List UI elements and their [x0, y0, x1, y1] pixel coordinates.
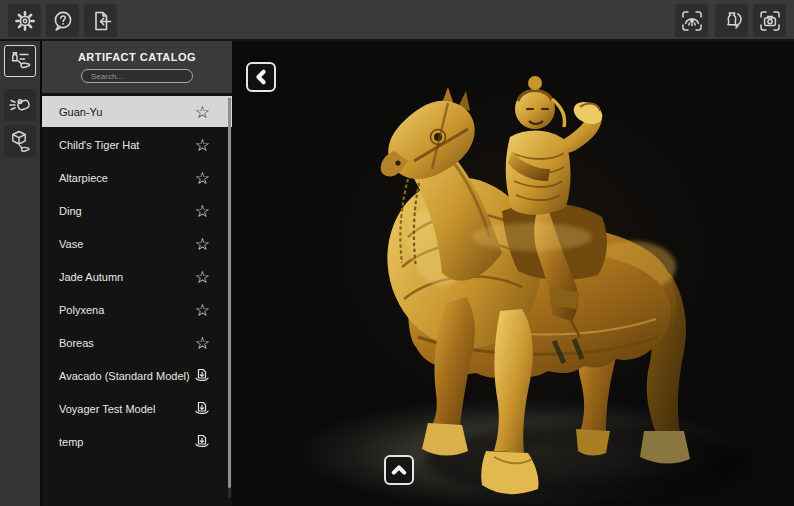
catalog-header: ARTIFACT CATALOG [42, 41, 232, 93]
eye-focus-icon [680, 9, 704, 33]
item-label: Altarpiece [42, 172, 108, 184]
settings-button[interactable] [8, 4, 41, 37]
item-label: Jade Autumn [42, 271, 123, 283]
list-item-childs-tiger-hat[interactable]: Child's Tiger Hat ☆ [42, 129, 232, 160]
artifact-viewer-app: ARTIFACT CATALOG Guan-Yu ☆ Child's Tiger… [0, 0, 794, 506]
list-item-vase[interactable]: Vase ☆ [42, 228, 232, 259]
open-bottom-panel-button[interactable] [384, 455, 414, 485]
list-item-altarpiece[interactable]: Altarpiece ☆ [42, 162, 232, 193]
favorite-star-icon[interactable]: ☆ [195, 169, 210, 186]
top-toolbar [0, 0, 794, 41]
catalog-title: ARTIFACT CATALOG [42, 41, 232, 63]
list-item-boreas[interactable]: Boreas ☆ [42, 327, 232, 358]
item-label: Vase [42, 238, 83, 250]
gear-icon [13, 9, 37, 33]
item-label: Voyager Test Model [42, 403, 155, 415]
artifact-catalog-tool[interactable] [4, 45, 36, 77]
favorite-star-icon[interactable]: ☆ [195, 103, 210, 120]
help-bubble-icon [51, 9, 75, 33]
artifact-catalog-panel: ARTIFACT CATALOG Guan-Yu ☆ Child's Tiger… [42, 41, 232, 506]
screenshot-button[interactable] [753, 4, 786, 37]
favorite-star-icon[interactable]: ☆ [195, 301, 210, 318]
favorite-star-icon[interactable]: ☆ [195, 136, 210, 153]
favorite-star-icon[interactable]: ☆ [195, 268, 210, 285]
rotate-artifact-icon [720, 9, 744, 33]
import-model-icon [89, 9, 113, 33]
list-item-ding[interactable]: Ding ☆ [42, 195, 232, 226]
file-download-icon[interactable] [194, 368, 210, 384]
vase-list-hand-icon [7, 48, 33, 74]
item-label: Guan-Yu [42, 106, 102, 118]
file-download-icon[interactable] [194, 434, 210, 450]
collapse-panel-button[interactable] [246, 62, 276, 92]
chevron-left-icon [252, 68, 270, 86]
favorite-star-icon[interactable]: ☆ [195, 334, 210, 351]
list-scrollbar[interactable] [228, 98, 231, 498]
cube-hand-icon [7, 128, 33, 154]
catalog-search-input[interactable] [81, 69, 193, 83]
list-item-polyxena[interactable]: Polyxena ☆ [42, 294, 232, 325]
help-button[interactable] [46, 4, 79, 37]
item-label: temp [42, 436, 83, 448]
focus-view-button[interactable] [675, 4, 708, 37]
favorite-star-icon[interactable]: ☆ [195, 202, 210, 219]
file-download-icon[interactable] [194, 401, 210, 417]
list-item-guan-yu[interactable]: Guan-Yu ☆ [42, 96, 232, 127]
favorite-star-icon[interactable]: ☆ [195, 235, 210, 252]
import-model-button[interactable] [84, 4, 117, 37]
camera-capture-icon [758, 9, 782, 33]
item-label: Polyxena [42, 304, 104, 316]
artifact-list: Guan-Yu ☆ Child's Tiger Hat ☆ Altarpiece… [42, 96, 232, 506]
list-item-voyager-test-model[interactable]: Voyager Test Model [42, 393, 232, 424]
item-label: Boreas [42, 337, 94, 349]
rotate-model-button[interactable] [715, 4, 748, 37]
list-item-avacado[interactable]: Avacado (Standard Model) [42, 360, 232, 391]
item-label: Avacado (Standard Model) [42, 370, 190, 382]
viewport-canvas[interactable] [232, 41, 794, 506]
model-viewport [232, 41, 794, 506]
tool-rail [0, 41, 40, 506]
list-item-jade-autumn[interactable]: Jade Autumn ☆ [42, 261, 232, 292]
grab-object-tool[interactable] [4, 125, 36, 157]
item-label: Child's Tiger Hat [42, 139, 139, 151]
list-item-temp[interactable]: temp [42, 426, 232, 457]
flashlight-hand-icon [7, 92, 33, 118]
flashlight-tool[interactable] [4, 89, 36, 121]
chevron-up-icon [390, 461, 408, 479]
item-label: Ding [42, 205, 82, 217]
scrollbar-thumb[interactable] [228, 98, 231, 488]
